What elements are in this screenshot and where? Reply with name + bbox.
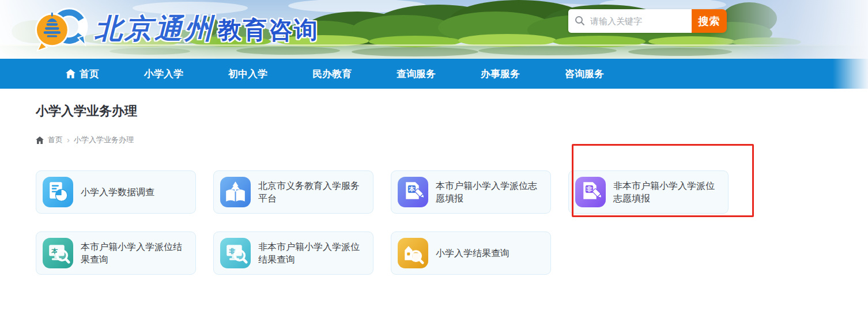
card-label: 小学入学数据调查 — [81, 186, 154, 199]
site-title-calligraphy: 北京通州 — [95, 10, 214, 47]
card-primary-data-survey[interactable]: 小学入学数据调查 — [36, 170, 196, 214]
nav-item-label: 初中入学 — [228, 67, 267, 81]
card-beijing-enrollment-platform[interactable]: 北京市义务教育入学服务平台 — [213, 170, 373, 214]
document-piechart-icon — [43, 177, 73, 207]
card-label: 北京市义务教育入学服务平台 — [258, 180, 368, 205]
card-primary-enrollment-result-query[interactable]: 小学入学结果查询 — [391, 231, 551, 275]
card-nonlocal-placement-volunteer[interactable]: 非 非本市户籍小学入学派位志愿填报 — [568, 170, 729, 214]
page-title: 小学入学业务办理 — [36, 103, 868, 120]
nav-item-label: 小学入学 — [144, 67, 183, 81]
card-label: 本市户籍小学入学派位结果查询 — [81, 241, 191, 266]
card-nonlocal-placement-result-query[interactable]: 非 非本市户籍小学入学派位结果查询 — [213, 231, 373, 275]
nav-item-primary-enrollment[interactable]: 小学入学 — [144, 67, 183, 81]
card-label: 非本市户籍小学入学派位结果查询 — [258, 241, 368, 266]
document-pencil-icon: 非 — [575, 177, 606, 207]
breadcrumb-separator-icon: › — [67, 135, 70, 144]
site-title: 北京通州 教育咨询 — [95, 10, 319, 47]
book-tree-icon — [220, 177, 251, 207]
home-icon — [66, 69, 76, 78]
pagoda-chat-logo-icon — [32, 3, 90, 55]
breadcrumb-home-icon — [36, 136, 44, 144]
svg-text:非: 非 — [586, 185, 592, 192]
site-title-bold: 教育咨询 — [218, 14, 319, 46]
nav-item-private-education[interactable]: 民办教育 — [312, 67, 352, 81]
card-label: 非本市户籍小学入学派位志愿填报 — [613, 180, 723, 205]
nav-item-label: 民办教育 — [312, 67, 352, 81]
card-label: 本市户籍小学入学派位志愿填报 — [436, 180, 546, 205]
monitor-magnifier-icon: 非 — [220, 238, 251, 268]
search-input[interactable] — [568, 9, 692, 33]
svg-text:本: 本 — [408, 185, 415, 192]
document-pencil-icon: 本 — [398, 177, 428, 207]
main-navigation: 首页 小学入学 初中入学 民办教育 查询服务 办事服务 咨询服务 — [0, 59, 868, 89]
search-icon — [575, 16, 585, 26]
nav-item-label: 查询服务 — [397, 67, 436, 81]
card-local-placement-result-query[interactable]: 本 本市户籍小学入学派位结果查询 — [36, 231, 196, 275]
site-logo[interactable]: 北京通州 教育咨询 — [32, 3, 319, 55]
nav-item-label: 咨询服务 — [565, 67, 604, 81]
search-bar: 搜索 — [568, 9, 727, 33]
breadcrumb-home[interactable]: 首页 — [48, 135, 63, 145]
nav-item-work-services[interactable]: 办事服务 — [481, 67, 520, 81]
monitor-magnifier-icon: 本 — [43, 238, 73, 268]
search-button[interactable]: 搜索 — [692, 9, 727, 33]
nav-item-label: 办事服务 — [481, 67, 520, 81]
card-label: 小学入学结果查询 — [436, 247, 510, 260]
nav-item-consult-services[interactable]: 咨询服务 — [565, 67, 604, 81]
header-banner: 北京通州 教育咨询 搜索 — [0, 0, 868, 59]
card-local-placement-volunteer[interactable]: 本 本市户籍小学入学派位志愿填报 — [391, 170, 551, 214]
service-card-grid: 小学入学数据调查 北京市义务教育入学服务平台 本 — [36, 170, 868, 275]
nav-item-home[interactable]: 首页 — [66, 67, 99, 81]
nav-item-label: 首页 — [80, 67, 99, 81]
breadcrumb-current: 小学入学业务办理 — [74, 135, 134, 145]
nav-item-query-services[interactable]: 查询服务 — [397, 67, 436, 81]
breadcrumb: 首页 › 小学入学业务办理 — [36, 135, 868, 145]
nav-item-middle-enrollment[interactable]: 初中入学 — [228, 67, 267, 81]
building-magnifier-icon — [398, 238, 428, 268]
